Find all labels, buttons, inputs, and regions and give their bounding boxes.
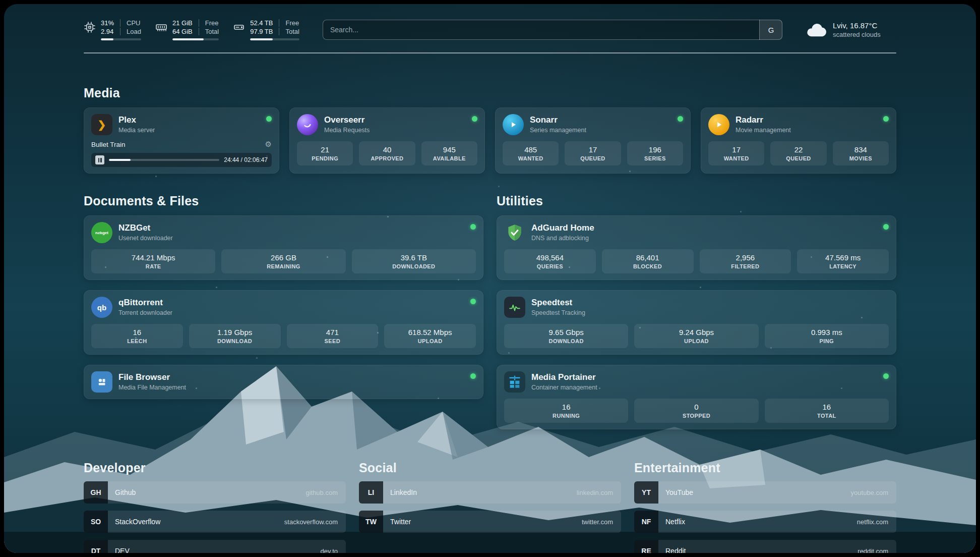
bookmark-abbr: RE (634, 540, 658, 553)
status-online-dot (883, 116, 889, 122)
search-input[interactable] (323, 20, 782, 40)
bookmark-abbr: TW (359, 511, 383, 533)
stat-tile: 39.6 TBDOWNLOADED (352, 249, 476, 273)
stat-tile: 834MOVIES (833, 141, 889, 165)
card-subtitle: Usenet downloader (118, 235, 173, 242)
stat-tile: 0STOPPED (634, 399, 758, 423)
nzbget-icon: nzbget (91, 222, 112, 243)
service-card-filebrowser[interactable]: File Browser Media File Management (84, 365, 483, 399)
stat-tile: 498,564QUERIES (504, 249, 596, 273)
memory-total-label: Total (199, 28, 219, 35)
developer-bookmarks-section: Developer GH Github github.com SO StackO… (84, 461, 346, 553)
utilities-section-title: Utilities (497, 194, 896, 208)
service-card-radarr[interactable]: Radarr Movie management 17WANTED 22QUEUE… (701, 107, 896, 174)
card-subtitle: Media server (118, 127, 155, 134)
cpu-load-label: Load (120, 28, 141, 35)
now-playing-title: Bullet Train (91, 141, 126, 148)
pause-button[interactable] (95, 155, 104, 164)
bookmark-abbr: SO (84, 511, 108, 533)
playback-time: 24:44 / 02:06:47 (224, 156, 268, 163)
bookmark-domain: netflix.com (857, 518, 888, 526)
bookmark-name: Netflix (665, 518, 685, 526)
stat-tile: 40APPROVED (359, 141, 415, 165)
stat-tile: 86,401BLOCKED (602, 249, 694, 273)
service-card-nzbget[interactable]: nzbget NZBGet Usenet downloader 744.21 M… (84, 215, 483, 280)
disk-total: 97.9 TB (250, 28, 279, 35)
service-card-speedtest[interactable]: Speedtest Speedtest Tracking 9.65 GbpsDO… (497, 290, 896, 355)
stat-tile: 196SERIES (627, 141, 683, 165)
stat-tile: 485WANTED (503, 141, 559, 165)
service-card-sonarr[interactable]: Sonarr Series management 485WANTED 17QUE… (495, 107, 691, 174)
stat-tile: 945AVAILABLE (421, 141, 477, 165)
cloud-icon (806, 22, 827, 37)
bookmark-github[interactable]: GH Github github.com (84, 481, 346, 504)
media-section: Media ❯ Plex Media server Bullet Train (84, 86, 896, 174)
memory-free: 21 GiB (172, 19, 199, 27)
memory-icon (155, 21, 167, 33)
stat-tile: 16TOTAL (765, 399, 889, 423)
service-card-qbittorrent[interactable]: qb qBittorrent Torrent downloader 16LEEC… (84, 290, 483, 355)
card-subtitle: Series management (530, 127, 586, 134)
service-card-adguard[interactable]: AdGuard Home DNS and adblocking 498,564Q… (497, 215, 896, 280)
speedtest-icon (504, 297, 525, 318)
memory-widget: 21 GiB Free 64 GiB Total (155, 19, 219, 40)
card-title: NZBGet (118, 223, 173, 233)
stat-tile: 9.65 GbpsDOWNLOAD (504, 324, 628, 348)
bookmark-netflix[interactable]: NF Netflix netflix.com (634, 511, 896, 533)
card-subtitle: Torrent downloader (118, 309, 172, 317)
search-provider-button[interactable]: G (759, 20, 782, 40)
stat-tile: 16RUNNING (504, 399, 628, 423)
card-title: Plex (118, 115, 155, 125)
plex-icon: ❯ (91, 114, 112, 135)
bookmark-youtube[interactable]: YT YouTube youtube.com (634, 481, 896, 504)
stat-tile: 47.569 msLATENCY (797, 249, 889, 273)
bookmark-abbr: NF (634, 511, 658, 533)
bookmark-domain: dev.to (321, 547, 338, 553)
card-title: qBittorrent (118, 298, 172, 308)
stat-tile: 9.24 GbpsUPLOAD (634, 324, 758, 348)
status-online-dot (472, 116, 477, 122)
media-section-title: Media (84, 86, 896, 100)
bookmark-abbr: GH (84, 481, 108, 504)
bookmark-abbr: LI (359, 481, 383, 504)
card-subtitle: Media Requests (324, 127, 370, 134)
top-bar: 31% CPU 2.94 Load (84, 4, 896, 40)
bookmark-reddit[interactable]: RE Reddit reddit.com (634, 540, 896, 553)
card-title: Overseerr (324, 115, 370, 125)
social-bookmarks-section: Social LI LinkedIn linkedin.com TW Twitt… (359, 461, 621, 553)
status-online-dot (470, 373, 476, 379)
service-card-overseerr[interactable]: Overseerr Media Requests 21PENDING 40APP… (289, 107, 485, 174)
card-title: AdGuard Home (531, 223, 594, 233)
snow-particles (4, 4, 6, 6)
cpu-label: CPU (120, 19, 141, 27)
disk-free-label: Free (279, 19, 299, 27)
developer-section-title: Developer (84, 461, 346, 475)
service-card-portainer[interactable]: Media Portainer Container management 16R… (497, 365, 896, 429)
qbittorrent-icon: qb (91, 297, 112, 318)
bookmark-linkedin[interactable]: LI LinkedIn linkedin.com (359, 481, 621, 504)
entertainment-bookmarks-section: Entertainment YT YouTube youtube.com NF … (634, 461, 896, 553)
card-subtitle: Speedtest Tracking (531, 309, 585, 317)
cpu-usage-bar (101, 38, 141, 40)
adguard-shield-icon (504, 222, 525, 243)
bookmark-dev[interactable]: DT DEV dev.to (84, 540, 346, 553)
stat-tile: 0.993 msPING (765, 324, 889, 348)
filebrowser-icon (91, 371, 112, 393)
disk-usage-bar (250, 38, 299, 40)
disk-total-label: Total (279, 28, 299, 35)
documents-section-title: Documents & Files (84, 194, 483, 208)
bookmark-name: YouTube (665, 488, 693, 496)
service-card-plex[interactable]: ❯ Plex Media server Bullet Train ⚙ (84, 107, 279, 174)
settings-gear-icon[interactable]: ⚙ (265, 140, 272, 149)
stat-tile: 266 GBREMAINING (221, 249, 345, 273)
disk-widget: 52.4 TB Free 97.9 TB Total (233, 19, 299, 40)
memory-usage-bar (172, 38, 219, 40)
bookmark-domain: youtube.com (851, 489, 888, 496)
bookmark-stackoverflow[interactable]: SO StackOverflow stackoverflow.com (84, 511, 346, 533)
card-title: Media Portainer (531, 372, 597, 382)
bookmark-domain: github.com (305, 489, 338, 496)
playback-progress-bar[interactable] (109, 159, 219, 161)
social-section-title: Social (359, 461, 621, 475)
bookmark-twitter[interactable]: TW Twitter twitter.com (359, 511, 621, 533)
bookmark-name: DEV (115, 547, 130, 553)
